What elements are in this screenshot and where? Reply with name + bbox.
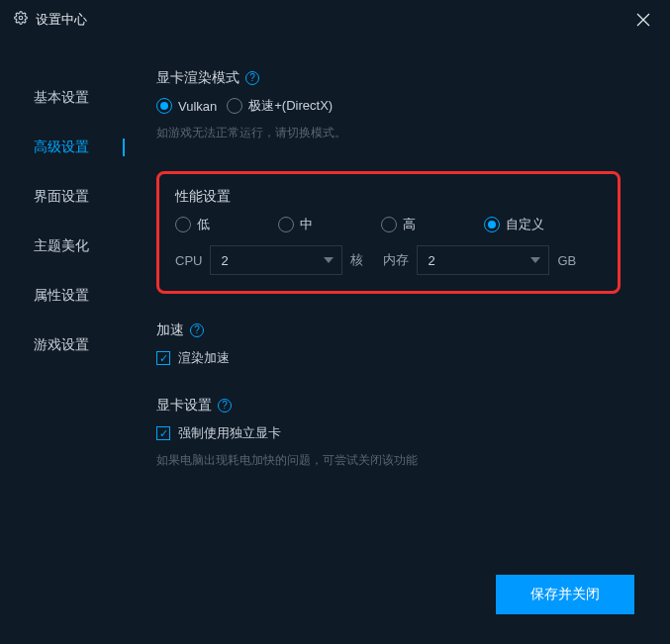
sidebar-item-label: 界面设置 xyxy=(34,188,89,206)
radio-label: 中 xyxy=(300,216,313,233)
checkbox-label: 渲染加速 xyxy=(178,349,230,367)
radio-perf-low[interactable]: 低 xyxy=(175,216,278,233)
gear-icon xyxy=(14,11,28,28)
cpu-label: CPU xyxy=(175,253,202,268)
radio-label: Vulkan xyxy=(178,99,217,114)
sidebar: 基本设置 高级设置 界面设置 主题美化 属性设置 游戏设置 xyxy=(0,40,129,644)
sidebar-item-label: 主题美化 xyxy=(34,237,89,255)
help-icon[interactable]: ? xyxy=(218,399,232,413)
radio-dot-icon xyxy=(381,217,397,232)
sidebar-item-game[interactable]: 游戏设置 xyxy=(0,321,129,370)
sidebar-item-ui[interactable]: 界面设置 xyxy=(0,172,129,222)
mem-unit: GB xyxy=(557,253,576,268)
mem-value: 2 xyxy=(428,253,434,268)
titlebar: 设置中心 xyxy=(0,0,670,40)
svg-point-0 xyxy=(19,16,23,20)
sidebar-item-property[interactable]: 属性设置 xyxy=(0,271,129,321)
section-performance: 性能设置 低 中 高 自定义 CPU 2 核 内存 2 GB xyxy=(156,171,621,294)
window-title: 设置中心 xyxy=(36,11,630,29)
check-icon: ✓ xyxy=(156,426,170,440)
sidebar-item-theme[interactable]: 主题美化 xyxy=(0,222,129,271)
cpu-unit: 核 xyxy=(350,251,363,269)
section-gpu: 显卡设置 ? ✓ 强制使用独立显卡 如果电脑出现耗电加快的问题，可尝试关闭该功能 xyxy=(156,397,621,469)
radio-dot-icon xyxy=(278,217,294,232)
radio-perf-high[interactable]: 高 xyxy=(381,216,484,233)
help-icon[interactable]: ? xyxy=(190,323,204,337)
chevron-down-icon xyxy=(530,257,540,263)
main-panel: 显卡渲染模式 ? Vulkan 极速+(DirectX) 如游戏无法正常运行，请… xyxy=(129,40,670,644)
performance-title: 性能设置 xyxy=(175,188,231,206)
radio-label: 自定义 xyxy=(506,216,544,233)
radio-dot-icon xyxy=(484,217,500,232)
radio-dot-icon xyxy=(156,98,172,114)
radio-perf-mid[interactable]: 中 xyxy=(278,216,381,233)
section-accel: 加速 ? ✓ 渲染加速 xyxy=(156,322,621,367)
render-hint: 如游戏无法正常运行，请切换模式。 xyxy=(156,125,621,141)
mem-label: 内存 xyxy=(383,251,409,269)
checkbox-force-dgpu[interactable]: ✓ 强制使用独立显卡 xyxy=(156,424,621,442)
sidebar-item-label: 基本设置 xyxy=(34,89,89,107)
close-button[interactable] xyxy=(630,9,656,31)
section-render-mode: 显卡渲染模式 ? Vulkan 极速+(DirectX) 如游戏无法正常运行，请… xyxy=(156,69,621,141)
radio-dot-icon xyxy=(227,98,242,114)
sidebar-item-basic[interactable]: 基本设置 xyxy=(0,73,129,123)
accel-title: 加速 xyxy=(156,322,184,339)
checkbox-label: 强制使用独立显卡 xyxy=(178,424,281,442)
help-icon[interactable]: ? xyxy=(245,71,259,85)
radio-label: 高 xyxy=(403,216,416,233)
close-icon xyxy=(636,13,650,27)
sidebar-item-label: 高级设置 xyxy=(34,138,89,156)
mem-select[interactable]: 2 xyxy=(417,245,549,275)
radio-label: 低 xyxy=(197,216,210,233)
render-mode-title: 显卡渲染模式 xyxy=(156,69,239,87)
footer: 保存并关闭 xyxy=(496,575,634,614)
radio-perf-custom[interactable]: 自定义 xyxy=(484,216,587,233)
save-and-close-button[interactable]: 保存并关闭 xyxy=(496,575,634,614)
radio-dot-icon xyxy=(175,217,191,232)
radio-vulkan[interactable]: Vulkan xyxy=(156,98,217,114)
checkbox-render-accel[interactable]: ✓ 渲染加速 xyxy=(156,349,621,367)
check-icon: ✓ xyxy=(156,351,170,365)
radio-directx[interactable]: 极速+(DirectX) xyxy=(227,97,333,115)
gpu-title: 显卡设置 xyxy=(156,397,212,414)
cpu-value: 2 xyxy=(221,253,228,268)
cpu-select[interactable]: 2 xyxy=(210,245,342,275)
sidebar-item-label: 属性设置 xyxy=(34,287,89,305)
gpu-hint: 如果电脑出现耗电加快的问题，可尝试关闭该功能 xyxy=(156,452,621,469)
radio-label: 极速+(DirectX) xyxy=(248,97,333,115)
sidebar-item-advanced[interactable]: 高级设置 xyxy=(0,123,129,172)
chevron-down-icon xyxy=(324,257,334,263)
sidebar-item-label: 游戏设置 xyxy=(34,336,89,354)
